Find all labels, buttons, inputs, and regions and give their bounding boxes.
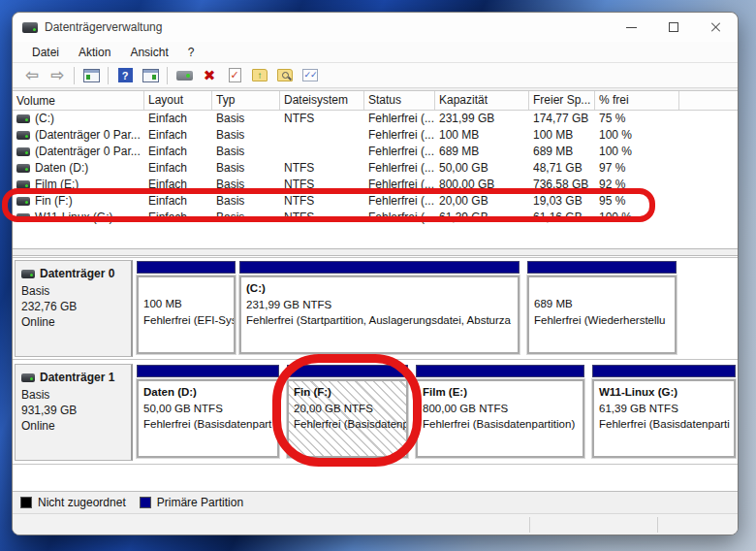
- partition-daten[interactable]: Daten (D:) 50,00 GB NTFS Fehlerfrei (Bas…: [137, 365, 279, 460]
- column-header-freier-sp[interactable]: Freier Sp...: [529, 91, 595, 110]
- cell-frei: 689 MB: [529, 144, 595, 160]
- volume-name: (Datenträger 0 Par...: [35, 127, 141, 144]
- disk-1-label[interactable]: Datenträger 1 Basis 931,39 GB Online: [15, 364, 133, 461]
- column-header-dateisystem[interactable]: Dateisystem: [280, 91, 364, 110]
- menu-datei[interactable]: Datei: [22, 44, 69, 61]
- partition-size: 689 MB: [534, 296, 670, 312]
- column-header-status[interactable]: Status: [364, 91, 435, 110]
- checklist-icon: ✓✓: [302, 69, 318, 81]
- volume-icon: [16, 213, 30, 222]
- forward-icon: ⇨: [50, 67, 64, 83]
- column-header-blank: [679, 91, 739, 110]
- menu-aktion[interactable]: Aktion: [69, 44, 120, 61]
- cell-kapazitaet: 50,00 GB: [435, 160, 529, 177]
- cell-frei: 48,71 GB: [529, 160, 595, 177]
- delete-button[interactable]: ✖: [198, 65, 221, 86]
- cell-frei: 19,03 GB: [529, 193, 595, 210]
- partition-color-bar: [239, 261, 520, 274]
- pane-splitter[interactable]: [13, 248, 739, 256]
- cell-pct: 97 %: [595, 160, 679, 177]
- volume-name: (C:): [35, 111, 54, 127]
- table-row-daten[interactable]: Daten (D:) Einfach Basis NTFS Fehlerfrei…: [13, 160, 739, 177]
- table-row-efi[interactable]: (Datenträger 0 Par... Einfach Basis Fehl…: [13, 127, 739, 144]
- cell-kapazitaet: 800,00 GB: [435, 177, 529, 193]
- table-row-c[interactable]: (C:) Einfach Basis NTFS Fehlerfrei (... …: [13, 111, 739, 127]
- cell-pct: 92 %: [595, 177, 679, 193]
- partition-color-bar: [137, 261, 236, 274]
- forward-button[interactable]: ⇨: [46, 65, 69, 86]
- folder-up-button[interactable]: ↑: [248, 65, 271, 86]
- column-header-prozent-frei[interactable]: % frei: [595, 91, 679, 110]
- partition-title: (C:): [246, 280, 513, 297]
- partition-title: Daten (D:): [143, 384, 272, 401]
- cell-kapazitaet: 231,99 GB: [435, 111, 529, 127]
- title-bar[interactable]: Datenträgerverwaltung: [13, 13, 738, 42]
- column-header-layout[interactable]: Layout: [144, 91, 212, 110]
- device-properties-button[interactable]: [173, 65, 196, 86]
- minimize-icon: [626, 27, 637, 28]
- cell-fs: NTFS: [280, 160, 364, 177]
- partition-color-bar: [287, 365, 408, 377]
- cell-status: Fehlerfrei (...: [364, 210, 435, 226]
- magnifier-icon: [282, 72, 289, 79]
- cell-pct: 100 %: [595, 210, 679, 226]
- checklist-button[interactable]: ✓✓: [299, 65, 322, 86]
- cell-kapazitaet: 100 MB: [435, 127, 529, 144]
- partition-w11-linux[interactable]: W11-Linux (G:) 61,39 GB NTFS Fehlerfrei …: [592, 365, 736, 460]
- partition-color-bar: [137, 365, 279, 377]
- explore-folder-button[interactable]: [273, 65, 297, 86]
- back-button[interactable]: ⇦: [20, 65, 44, 86]
- legend-primary-partition: Primäre Partition: [140, 496, 243, 509]
- disk-graph-pane: Datenträger 0 Basis 232,76 GB Online 100…: [13, 256, 739, 491]
- partition-film[interactable]: Film (E:) 800,00 GB NTFS Fehlerfrei (Bas…: [416, 365, 584, 460]
- disk-name: Datenträger 0: [40, 267, 114, 280]
- cell-typ: Basis: [212, 111, 280, 127]
- column-header-typ[interactable]: Typ: [212, 91, 280, 110]
- maximize-button[interactable]: [652, 13, 695, 42]
- cell-fs: NTFS: [280, 111, 364, 127]
- partition-efi[interactable]: 100 MB Fehlerfrei (EFI-Sys: [137, 261, 236, 356]
- disk-0-label[interactable]: Datenträger 0 Basis 232,76 GB Online: [15, 260, 133, 357]
- column-header-volume[interactable]: Volume: [13, 91, 144, 110]
- column-header-kapazitaet[interactable]: Kapazität: [435, 91, 529, 110]
- unallocated-swatch-icon: [20, 497, 32, 508]
- show-action-pane-button[interactable]: [139, 65, 162, 86]
- back-icon: ⇦: [25, 67, 39, 83]
- task-check-button[interactable]: ✓: [223, 65, 246, 86]
- partition-recovery[interactable]: 689 MB Fehlerfrei (Wiederherstellu: [527, 261, 677, 356]
- partition-status: Fehlerfrei (EFI-Sys: [143, 312, 229, 329]
- help-button[interactable]: ?: [113, 65, 137, 86]
- volume-icon: [16, 147, 30, 156]
- partition-title: W11-Linux (G:): [599, 384, 729, 401]
- partition-fin-selected[interactable]: Fin (F:) 20,00 GB NTFS Fehlerfrei (Basis…: [287, 365, 408, 460]
- show-tree-pane-button[interactable]: [79, 65, 103, 86]
- cell-typ: Basis: [212, 127, 280, 144]
- disk-icon: [21, 373, 35, 382]
- cell-fs: NTFS: [280, 193, 364, 210]
- cell-frei: 174,77 GB: [529, 111, 595, 127]
- disk-size: 232,76 GB: [21, 299, 125, 314]
- toolbar-separator: [74, 67, 75, 84]
- legend-unallocated: Nicht zugeordnet: [20, 496, 126, 509]
- delete-icon: ✖: [204, 67, 216, 84]
- close-button[interactable]: [695, 13, 738, 42]
- table-row-fin[interactable]: Fin (F:) Einfach Basis NTFS Fehlerfrei (…: [13, 193, 739, 210]
- legend-label: Nicht zugeordnet: [38, 496, 126, 509]
- partition-status: Fehlerfrei (Basisdatenpart: [143, 416, 272, 433]
- menu-ansicht[interactable]: Ansicht: [120, 44, 177, 61]
- minimize-button[interactable]: [610, 13, 652, 42]
- menu-hilfe[interactable]: ?: [178, 44, 205, 61]
- table-row-w11-linux[interactable]: W11-Linux (G:) Einfach Basis NTFS Fehler…: [13, 210, 739, 226]
- toolbar-separator: [167, 67, 168, 84]
- partition-color-bar: [592, 365, 736, 377]
- disk-icon: [21, 270, 35, 278]
- window-title: Datenträgerverwaltung: [45, 20, 162, 34]
- partition-c[interactable]: (C:) 231,99 GB NTFS Fehlerfrei (Startpar…: [239, 261, 520, 356]
- table-row-recovery[interactable]: (Datenträger 0 Par... Einfach Basis Fehl…: [13, 144, 739, 160]
- table-row-film[interactable]: Film (E:) Einfach Basis NTFS Fehlerfrei …: [13, 177, 739, 193]
- cell-fs: NTFS: [280, 177, 364, 193]
- volume-name: Daten (D:): [35, 160, 88, 177]
- help-icon: ?: [118, 68, 133, 82]
- disk-type: Basis: [21, 387, 125, 403]
- primary-partition-swatch-icon: [140, 497, 151, 508]
